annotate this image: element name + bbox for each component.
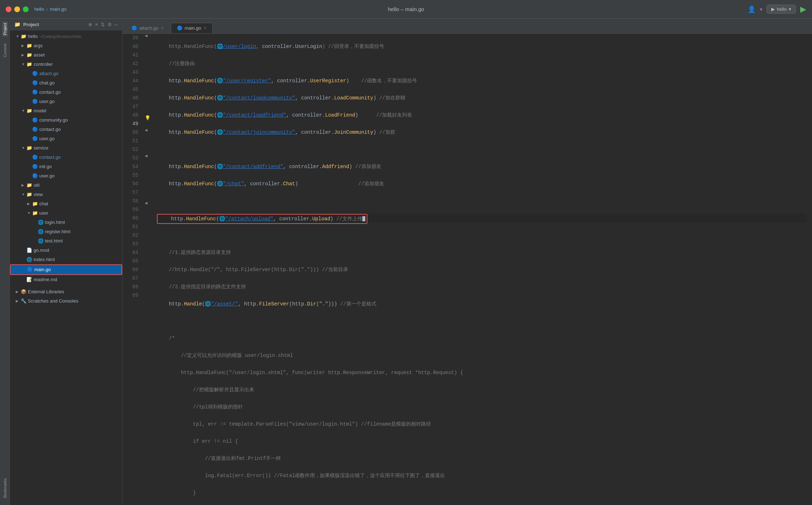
editor-area: 🔵 attach.go ✕ 🔵 main.go ✕ 3940414243 444… xyxy=(123,19,812,505)
tab-attach-go-label: attach.go xyxy=(139,25,159,31)
vertical-sidebar: Project Commit Bookmarks xyxy=(0,19,10,505)
tree-contact-go-svc[interactable]: 🔵 contact.go xyxy=(10,153,122,162)
tab-attach-go[interactable]: 🔵 attach.go ✕ xyxy=(125,23,170,33)
run-profile-btn[interactable]: ▶ hello ▾ xyxy=(767,5,796,14)
tree-controller[interactable]: ▼ 📁 controller xyxy=(10,60,122,69)
code-line-58: http.HandleFunc("/user/login.shtml", fun… xyxy=(157,368,806,377)
sidebar-item-commit[interactable]: Commit xyxy=(2,42,8,59)
project-tree: ▼ 📁 hello ~/Code/goRoot/src/hello ▶ 📁 ar… xyxy=(10,30,122,505)
tree-chat-folder[interactable]: ▶ 📁 chat xyxy=(10,199,122,209)
traffic-lights xyxy=(6,6,29,12)
code-line-55 xyxy=(157,317,806,325)
window-title: hello – main.go xyxy=(388,6,424,12)
tab-attach-go-icon: 🔵 xyxy=(132,25,137,31)
code-line-47: http.HandleFunc(🌐"/chat", controller.Cha… xyxy=(157,180,806,188)
tree-user-go-model[interactable]: 🔵 user.go xyxy=(10,134,122,143)
tree-main-go[interactable]: 🔵 main.go xyxy=(10,264,122,275)
code-line-46: http.HandleFunc(🌐"/contact/addfriend", c… xyxy=(157,162,806,171)
dropdown-icon[interactable]: ▾ xyxy=(760,6,762,12)
sync-icon[interactable]: ⊕ xyxy=(88,22,92,27)
folder-icon: 📁 xyxy=(14,21,20,27)
tree-user-go-svc[interactable]: 🔵 user.go xyxy=(10,171,122,181)
tree-contact-go-model[interactable]: 🔵 contact.go xyxy=(10,125,122,134)
close-button[interactable] xyxy=(6,6,11,12)
tree-service[interactable]: ▼ 📁 service xyxy=(10,143,122,153)
code-line-43: http.HandleFunc(🌐"/contact/loadfriend", … xyxy=(157,111,806,119)
breadcrumb-hello[interactable]: hello xyxy=(34,6,44,12)
code-line-60: //tpl得到模版的指针 xyxy=(157,403,806,411)
sort-icon[interactable]: ⇅ xyxy=(101,22,105,27)
code-line-42: http.HandleFunc(🌐"/contact/loadcommunity… xyxy=(157,94,806,102)
run-icon: ▶ xyxy=(771,6,775,12)
code-line-57: //定义可以允许访问的模版 user/login.shtml xyxy=(157,351,806,360)
tree-asset[interactable]: ▶ 📁 asset xyxy=(10,50,122,60)
code-line-64: log.Fatal(err.Error()) //Fatal函数作用，如果模版渲… xyxy=(157,471,806,480)
run-profile-label: hello xyxy=(777,6,787,12)
title-bar-right: 👤 ▾ ▶ hello ▾ ▶ xyxy=(748,5,806,14)
tree-model[interactable]: ▼ 📁 model xyxy=(10,106,122,116)
minimize-button[interactable] xyxy=(14,6,20,12)
tree-user-go-ctrl[interactable]: 🔵 user.go xyxy=(10,97,122,106)
tree-test-html[interactable]: 🌐 test.html xyxy=(10,236,122,246)
settings-icon[interactable]: ⚙ xyxy=(108,22,112,27)
run-button[interactable]: ▶ xyxy=(800,5,806,14)
title-bar: hello › main.go hello – main.go 👤 ▾ ▶ he… xyxy=(0,0,812,19)
profile-icon[interactable]: 👤 xyxy=(748,5,756,13)
code-line-39: http.HandleFunc(🌐/user/login, controller… xyxy=(157,42,806,51)
code-line-61: tpl, err := template.ParseFiles("view/us… xyxy=(157,420,806,428)
code-editor[interactable]: http.HandleFunc(🌐/user/login, controller… xyxy=(151,34,812,505)
sidebar-item-project[interactable]: Project xyxy=(2,21,8,36)
project-panel: 📁 Project ⊕ ≡ ⇅ ⚙ ─ ▼ 📁 hello ~/Code/goR… xyxy=(10,19,123,505)
tree-scratches[interactable]: ▶ 🔧 Scratches and Consoles xyxy=(10,296,122,306)
tree-index-html[interactable]: 🌐 index.html xyxy=(10,255,122,264)
sidebar-item-bookmarks[interactable]: Bookmarks xyxy=(2,477,8,499)
tree-user-folder[interactable]: ▼ 📁 user xyxy=(10,209,122,218)
code-line-59: //把模版解析并且显示出来 xyxy=(157,386,806,394)
code-line-49: http.HandleFunc(🌐"/attach/upload", contr… xyxy=(157,214,806,222)
tree-init-go[interactable]: 🔵 init.go xyxy=(10,162,122,171)
code-line-56: /* xyxy=(157,334,806,343)
line-numbers: 3940414243 4445464748 49 5051525354 5556… xyxy=(123,34,144,505)
code-line-50 xyxy=(157,231,806,240)
project-header-icons: ⊕ ≡ ⇅ ⚙ ─ xyxy=(88,22,118,27)
code-line-52: //http.Handle("/", http.FileServer(http.… xyxy=(157,265,806,274)
tree-args[interactable]: ▶ 📁 args xyxy=(10,41,122,50)
gutter: ◀ 💡 ◀ ◀ ◀ xyxy=(144,34,151,505)
tree-attach-go[interactable]: 🔵 attach.go xyxy=(10,69,122,78)
tab-main-go[interactable]: 🔵 main.go ✕ xyxy=(171,23,213,33)
code-line-45 xyxy=(157,145,806,154)
tree-community-go[interactable]: 🔵 community.go xyxy=(10,116,122,125)
collapse-icon[interactable]: ─ xyxy=(115,22,118,27)
tab-main-go-icon: 🔵 xyxy=(177,25,183,31)
project-header: 📁 Project ⊕ ≡ ⇅ ⚙ ─ xyxy=(10,19,122,30)
code-line-54: http.Handle(🌐"/asset/", http.FileServer(… xyxy=(157,300,806,308)
breadcrumb-file[interactable]: main.go xyxy=(50,6,66,12)
editor-content: 3940414243 4445464748 49 5051525354 5556… xyxy=(123,34,812,505)
tree-external-libraries[interactable]: ▶ 📦 External Libraries xyxy=(10,287,122,296)
tree-chat-go[interactable]: 🔵 chat.go xyxy=(10,78,122,88)
code-line-63: //直接退出和fmt.Printf不一样 xyxy=(157,454,806,463)
maximize-button[interactable] xyxy=(23,6,29,12)
code-line-51: //1.提供静态资源目录支持 xyxy=(157,248,806,257)
tab-main-go-close[interactable]: ✕ xyxy=(203,26,207,30)
tab-attach-go-close[interactable]: ✕ xyxy=(161,26,164,30)
tab-main-go-label: main.go xyxy=(185,25,201,31)
run-dropdown-icon: ▾ xyxy=(789,6,791,12)
tree-login-html[interactable]: 🌐 login.html xyxy=(10,218,122,227)
editor-tabs: 🔵 attach.go ✕ 🔵 main.go ✕ xyxy=(123,19,812,34)
code-line-44: http.HandleFunc(🌐"/contact/joincommunity… xyxy=(157,128,806,137)
tree-view[interactable]: ▼ 📁 view xyxy=(10,190,122,199)
code-line-53: //2.提供指定目录的静态文件支持 xyxy=(157,283,806,291)
code-line-62: if err != nil { xyxy=(157,437,806,446)
tree-register-html[interactable]: 🌐 register.html xyxy=(10,227,122,236)
tree-go-mod[interactable]: 📄 go.mod xyxy=(10,246,122,255)
code-line-40: //注册路由 xyxy=(157,59,806,68)
code-line-48 xyxy=(157,197,806,205)
tree-readme-md[interactable]: 📝 readme.md xyxy=(10,275,122,284)
tree-root-hello[interactable]: ▼ 📁 hello ~/Code/goRoot/src/hello xyxy=(10,32,122,41)
breadcrumb: hello › main.go xyxy=(34,6,66,12)
tree-util[interactable]: ▶ 📁 util xyxy=(10,181,122,190)
content-area: Project Commit Bookmarks 📁 Project ⊕ ≡ ⇅… xyxy=(0,19,812,505)
tree-contact-go-ctrl[interactable]: 🔵 contact.go xyxy=(10,88,122,97)
filter-icon[interactable]: ≡ xyxy=(95,22,98,27)
